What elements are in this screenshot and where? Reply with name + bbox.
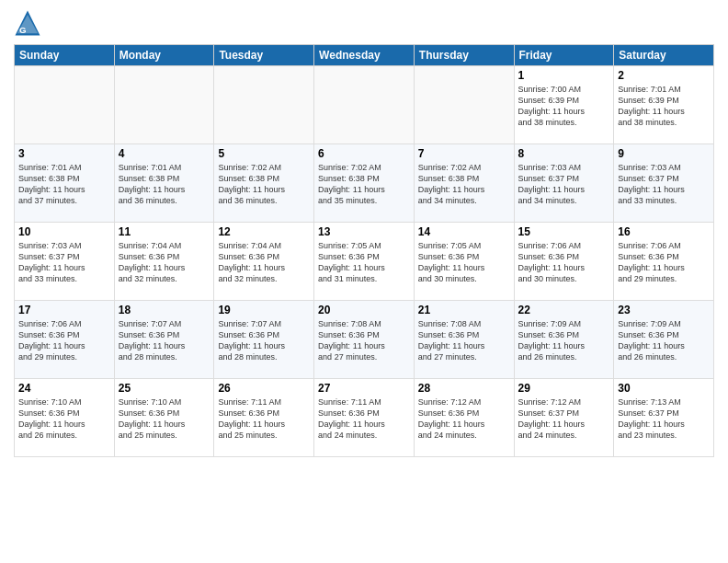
calendar-cell: 22Sunrise: 7:09 AMSunset: 6:36 PMDayligh… — [514, 301, 614, 379]
calendar-cell: 29Sunrise: 7:12 AMSunset: 6:37 PMDayligh… — [514, 379, 614, 457]
header: G — [14, 9, 714, 37]
day-number: 14 — [418, 225, 510, 238]
calendar-cell: 24Sunrise: 7:10 AMSunset: 6:36 PMDayligh… — [15, 379, 115, 457]
day-number: 3 — [18, 147, 110, 160]
calendar-cell: 13Sunrise: 7:05 AMSunset: 6:36 PMDayligh… — [314, 223, 415, 301]
day-number: 9 — [618, 147, 710, 160]
weekday-header-tuesday: Tuesday — [214, 45, 314, 66]
day-info: Sunrise: 7:01 AMSunset: 6:38 PMDaylight:… — [18, 162, 110, 207]
calendar-cell: 23Sunrise: 7:09 AMSunset: 6:36 PMDayligh… — [614, 301, 714, 379]
day-info: Sunrise: 7:02 AMSunset: 6:38 PMDaylight:… — [218, 162, 310, 207]
day-info: Sunrise: 7:00 AMSunset: 6:39 PMDaylight:… — [518, 84, 610, 129]
day-number: 20 — [318, 304, 410, 316]
calendar-cell: 28Sunrise: 7:12 AMSunset: 6:36 PMDayligh… — [414, 379, 514, 457]
calendar-cell: 1Sunrise: 7:00 AMSunset: 6:39 PMDaylight… — [514, 66, 614, 144]
calendar-cell: 20Sunrise: 7:08 AMSunset: 6:36 PMDayligh… — [314, 301, 415, 379]
day-info: Sunrise: 7:04 AMSunset: 6:36 PMDaylight:… — [119, 240, 210, 285]
calendar-cell: 27Sunrise: 7:11 AMSunset: 6:36 PMDayligh… — [314, 379, 415, 457]
calendar-cell: 11Sunrise: 7:04 AMSunset: 6:36 PMDayligh… — [114, 223, 214, 301]
calendar-cell: 17Sunrise: 7:06 AMSunset: 6:36 PMDayligh… — [15, 301, 115, 379]
day-info: Sunrise: 7:08 AMSunset: 6:36 PMDaylight:… — [318, 318, 410, 363]
day-number: 15 — [518, 225, 610, 238]
day-number: 8 — [518, 147, 610, 160]
week-row-1: 3Sunrise: 7:01 AMSunset: 6:38 PMDaylight… — [15, 144, 714, 223]
day-info: Sunrise: 7:13 AMSunset: 6:37 PMDaylight:… — [618, 396, 710, 442]
calendar-cell: 15Sunrise: 7:06 AMSunset: 6:36 PMDayligh… — [514, 223, 614, 301]
day-number: 19 — [218, 304, 310, 316]
day-info: Sunrise: 7:12 AMSunset: 6:36 PMDaylight:… — [418, 396, 510, 442]
calendar-cell: 26Sunrise: 7:11 AMSunset: 6:36 PMDayligh… — [214, 379, 314, 457]
day-info: Sunrise: 7:05 AMSunset: 6:36 PMDaylight:… — [318, 240, 410, 285]
day-number: 21 — [418, 304, 510, 316]
day-info: Sunrise: 7:12 AMSunset: 6:37 PMDaylight:… — [518, 396, 610, 442]
day-number: 18 — [119, 304, 210, 316]
day-info: Sunrise: 7:07 AMSunset: 6:36 PMDaylight:… — [218, 318, 310, 363]
day-number: 7 — [418, 147, 510, 160]
svg-text:G: G — [19, 25, 27, 35]
week-row-0: 1Sunrise: 7:00 AMSunset: 6:39 PMDaylight… — [15, 66, 714, 144]
day-info: Sunrise: 7:03 AMSunset: 6:37 PMDaylight:… — [618, 162, 710, 207]
day-number: 12 — [218, 225, 310, 238]
day-number: 25 — [119, 382, 210, 395]
calendar-cell — [414, 66, 514, 144]
day-info: Sunrise: 7:09 AMSunset: 6:36 PMDaylight:… — [518, 318, 610, 363]
logo-icon: G — [14, 9, 41, 37]
calendar-cell: 18Sunrise: 7:07 AMSunset: 6:36 PMDayligh… — [114, 301, 214, 379]
day-info: Sunrise: 7:10 AMSunset: 6:36 PMDaylight:… — [119, 396, 210, 442]
logo: G — [14, 9, 43, 37]
calendar-cell — [214, 66, 314, 144]
calendar-cell: 21Sunrise: 7:08 AMSunset: 6:36 PMDayligh… — [414, 301, 514, 379]
day-number: 6 — [318, 147, 410, 160]
calendar-cell: 19Sunrise: 7:07 AMSunset: 6:36 PMDayligh… — [214, 301, 314, 379]
day-number: 23 — [618, 304, 710, 316]
day-info: Sunrise: 7:06 AMSunset: 6:36 PMDaylight:… — [18, 318, 110, 363]
calendar-cell: 12Sunrise: 7:04 AMSunset: 6:36 PMDayligh… — [214, 223, 314, 301]
day-info: Sunrise: 7:02 AMSunset: 6:38 PMDaylight:… — [318, 162, 410, 207]
day-info: Sunrise: 7:06 AMSunset: 6:36 PMDaylight:… — [518, 240, 610, 285]
day-info: Sunrise: 7:07 AMSunset: 6:36 PMDaylight:… — [119, 318, 210, 363]
day-info: Sunrise: 7:03 AMSunset: 6:37 PMDaylight:… — [518, 162, 610, 207]
day-info: Sunrise: 7:01 AMSunset: 6:38 PMDaylight:… — [119, 162, 210, 207]
calendar-cell: 7Sunrise: 7:02 AMSunset: 6:38 PMDaylight… — [414, 144, 514, 223]
calendar-cell: 25Sunrise: 7:10 AMSunset: 6:36 PMDayligh… — [114, 379, 214, 457]
calendar-cell: 4Sunrise: 7:01 AMSunset: 6:38 PMDaylight… — [114, 144, 214, 223]
weekday-header-friday: Friday — [514, 45, 614, 66]
day-number: 1 — [518, 69, 610, 82]
day-info: Sunrise: 7:11 AMSunset: 6:36 PMDaylight:… — [218, 396, 310, 442]
calendar-cell: 9Sunrise: 7:03 AMSunset: 6:37 PMDaylight… — [614, 144, 714, 223]
calendar-cell: 30Sunrise: 7:13 AMSunset: 6:37 PMDayligh… — [614, 379, 714, 457]
calendar-cell: 8Sunrise: 7:03 AMSunset: 6:37 PMDaylight… — [514, 144, 614, 223]
day-number: 13 — [318, 225, 410, 238]
day-number: 4 — [119, 147, 210, 160]
weekday-header-thursday: Thursday — [414, 45, 514, 66]
calendar-cell — [15, 66, 115, 144]
day-info: Sunrise: 7:09 AMSunset: 6:36 PMDaylight:… — [618, 318, 710, 363]
day-info: Sunrise: 7:11 AMSunset: 6:36 PMDaylight:… — [318, 396, 410, 442]
day-info: Sunrise: 7:08 AMSunset: 6:36 PMDaylight:… — [418, 318, 510, 363]
day-number: 30 — [618, 382, 710, 395]
day-number: 10 — [18, 225, 110, 238]
weekday-header-saturday: Saturday — [614, 45, 714, 66]
calendar-cell: 2Sunrise: 7:01 AMSunset: 6:39 PMDaylight… — [614, 66, 714, 144]
day-number: 28 — [418, 382, 510, 395]
day-info: Sunrise: 7:06 AMSunset: 6:36 PMDaylight:… — [618, 240, 710, 285]
week-row-3: 17Sunrise: 7:06 AMSunset: 6:36 PMDayligh… — [15, 301, 714, 379]
calendar-cell: 5Sunrise: 7:02 AMSunset: 6:38 PMDaylight… — [214, 144, 314, 223]
day-number: 17 — [18, 304, 110, 316]
day-number: 27 — [318, 382, 410, 395]
day-number: 29 — [518, 382, 610, 395]
page: G SundayMondayTuesdayWednesdayThursdayFr… — [0, 0, 728, 563]
calendar-cell: 10Sunrise: 7:03 AMSunset: 6:37 PMDayligh… — [15, 223, 115, 301]
day-info: Sunrise: 7:01 AMSunset: 6:39 PMDaylight:… — [618, 84, 710, 129]
day-info: Sunrise: 7:04 AMSunset: 6:36 PMDaylight:… — [218, 240, 310, 285]
calendar-cell: 16Sunrise: 7:06 AMSunset: 6:36 PMDayligh… — [614, 223, 714, 301]
day-info: Sunrise: 7:05 AMSunset: 6:36 PMDaylight:… — [418, 240, 510, 285]
day-number: 26 — [218, 382, 310, 395]
weekday-header-wednesday: Wednesday — [314, 45, 415, 66]
week-row-4: 24Sunrise: 7:10 AMSunset: 6:36 PMDayligh… — [15, 379, 714, 457]
day-info: Sunrise: 7:10 AMSunset: 6:36 PMDaylight:… — [18, 396, 110, 442]
day-number: 24 — [18, 382, 110, 395]
day-number: 2 — [618, 69, 710, 82]
weekday-header-monday: Monday — [114, 45, 214, 66]
day-info: Sunrise: 7:03 AMSunset: 6:37 PMDaylight:… — [18, 240, 110, 285]
